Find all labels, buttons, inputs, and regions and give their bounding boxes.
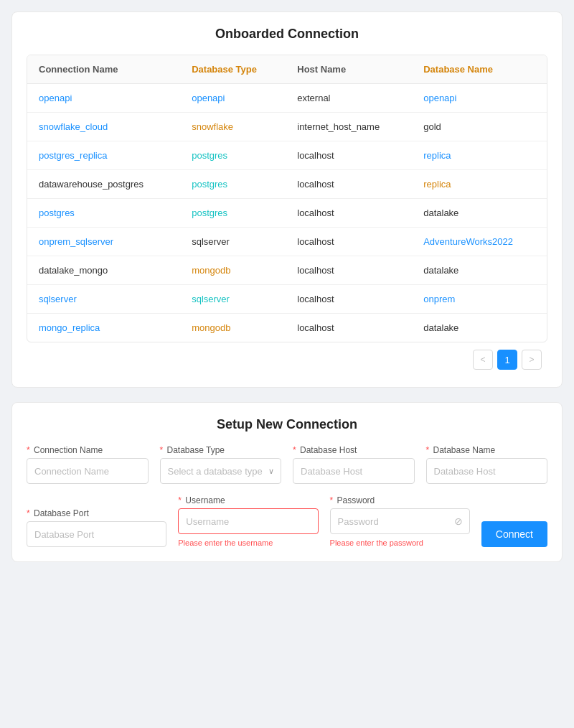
table-cell: internet_host_name	[286, 113, 412, 141]
table-body: openapiopenapiexternalopenapisnowflake_c…	[27, 84, 547, 342]
connections-table-wrapper: Connection Name Database Type Host Name …	[27, 55, 547, 342]
table-cell: replica	[412, 170, 547, 199]
required-star-6: *	[178, 495, 182, 505]
connections-table: Connection Name Database Type Host Name …	[27, 55, 547, 342]
table-cell: localhost	[286, 170, 412, 199]
table-cell: gold	[412, 113, 547, 141]
table-row: sqlserversqlserverlocalhostonprem	[27, 285, 547, 314]
onboarded-title: Onboarded Connection	[27, 27, 547, 42]
table-cell: snowflake_cloud	[27, 113, 180, 141]
database-name-group: * Database Name	[426, 445, 548, 484]
table-cell: sqlserver	[27, 285, 180, 314]
table-cell: localhost	[286, 314, 412, 342]
table-cell: localhost	[286, 285, 412, 314]
required-star-7: *	[330, 495, 334, 505]
password-input[interactable]	[330, 508, 470, 534]
password-error: Please enter the password	[330, 538, 470, 547]
table-cell: openapi	[412, 84, 547, 113]
table-row: mongo_replicamongodblocalhostdatalake	[27, 314, 547, 342]
table-cell: snowflake	[180, 113, 286, 141]
table-row: postgres_replicapostgreslocalhostreplica	[27, 141, 547, 170]
col-header-database-name: Database Name	[412, 55, 547, 84]
password-group: * Password ⊘ Please enter the password	[330, 495, 470, 547]
setup-title: Setup New Connection	[27, 417, 547, 432]
table-cell: external	[286, 84, 412, 113]
table-cell: datawarehouse_postgres	[27, 170, 180, 199]
table-cell: sqlserver	[180, 285, 286, 314]
database-host-label: * Database Host	[293, 445, 415, 455]
form-row-2: * Database Port * Username Please enter …	[27, 495, 547, 547]
table-cell: postgres	[180, 170, 286, 199]
database-host-group: * Database Host	[293, 445, 415, 484]
table-cell: onprem	[412, 285, 547, 314]
table-cell: mongodb	[180, 256, 286, 285]
table-cell: datalake	[412, 314, 547, 342]
table-cell: localhost	[286, 199, 412, 228]
eye-icon[interactable]: ⊘	[454, 515, 463, 527]
database-port-label: * Database Port	[27, 508, 166, 518]
username-group: * Username Please enter the username	[178, 495, 318, 547]
required-star-3: *	[293, 445, 296, 455]
table-cell: onprem_sqlserver	[27, 228, 180, 256]
col-header-host-name: Host Name	[286, 55, 412, 84]
table-cell: datalake_mongo	[27, 256, 180, 285]
table-row: openapiopenapiexternalopenapi	[27, 84, 547, 113]
setup-connection-card: Setup New Connection * Connection Name *…	[11, 402, 563, 562]
database-type-group: * Database Type Select a database type	[160, 445, 282, 484]
connect-button[interactable]: Connect	[481, 521, 547, 547]
pagination: < 1 >	[27, 342, 547, 373]
pagination-next[interactable]: >	[522, 350, 542, 370]
table-cell: sqlserver	[180, 228, 286, 256]
table-cell: datalake	[412, 256, 547, 285]
table-cell: mongo_replica	[27, 314, 180, 342]
database-type-select-wrapper: Select a database type	[160, 458, 282, 484]
table-cell: replica	[412, 141, 547, 170]
database-host-input[interactable]	[293, 458, 415, 484]
table-cell: postgres_replica	[27, 141, 180, 170]
required-star: *	[27, 445, 30, 455]
col-header-database-type: Database Type	[180, 55, 286, 84]
table-header-row: Connection Name Database Type Host Name …	[27, 55, 547, 84]
username-error: Please enter the username	[178, 538, 318, 547]
table-row: snowflake_cloudsnowflakeinternet_host_na…	[27, 113, 547, 141]
username-label: * Username	[178, 495, 318, 505]
table-cell: datalake	[412, 199, 547, 228]
password-wrapper: ⊘	[330, 508, 470, 534]
pagination-page-1[interactable]: 1	[497, 350, 517, 370]
connection-name-group: * Connection Name	[27, 445, 149, 484]
username-input[interactable]	[178, 508, 318, 534]
connection-name-label: * Connection Name	[27, 445, 149, 455]
table-row: postgrespostgreslocalhostdatalake	[27, 199, 547, 228]
table-cell: localhost	[286, 228, 412, 256]
table-cell: openapi	[180, 84, 286, 113]
pagination-prev[interactable]: <	[473, 350, 493, 370]
onboarded-connection-card: Onboarded Connection Connection Name Dat…	[11, 11, 563, 388]
table-cell: openapi	[27, 84, 180, 113]
required-star-5: *	[27, 508, 30, 518]
table-cell: localhost	[286, 256, 412, 285]
database-name-label: * Database Name	[426, 445, 548, 455]
table-cell: mongodb	[180, 314, 286, 342]
col-header-connection-name: Connection Name	[27, 55, 180, 84]
table-cell: localhost	[286, 141, 412, 170]
table-cell: postgres	[27, 199, 180, 228]
database-port-group: * Database Port	[27, 508, 166, 547]
required-star-4: *	[426, 445, 430, 455]
form-row-1: * Connection Name * Database Type Select…	[27, 445, 547, 484]
required-star-2: *	[160, 445, 164, 455]
database-port-input[interactable]	[27, 521, 166, 547]
table-row: datawarehouse_postgrespostgreslocalhostr…	[27, 170, 547, 199]
table-cell: postgres	[180, 141, 286, 170]
table-row: onprem_sqlserversqlserverlocalhostAdvent…	[27, 228, 547, 256]
table-cell: AdventureWorks2022	[412, 228, 547, 256]
password-label: * Password	[330, 495, 470, 505]
table-cell: postgres	[180, 199, 286, 228]
database-type-select[interactable]: Select a database type	[160, 458, 282, 484]
table-row: datalake_mongomongodblocalhostdatalake	[27, 256, 547, 285]
connection-name-input[interactable]	[27, 458, 149, 484]
database-name-input[interactable]	[426, 458, 548, 484]
database-type-label: * Database Type	[160, 445, 282, 455]
